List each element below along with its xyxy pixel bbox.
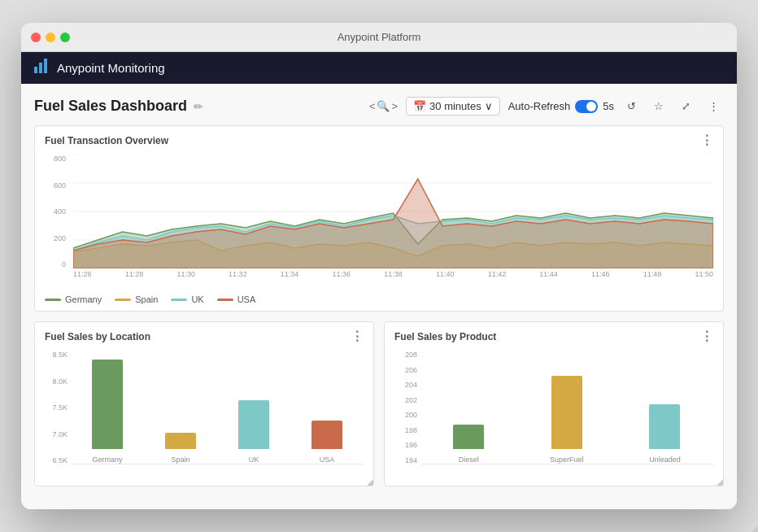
- legend-usa: USA: [217, 294, 256, 304]
- y-label-600: 600: [54, 181, 69, 190]
- bar-usa: USA: [311, 421, 342, 464]
- x-label-1146: 11:46: [591, 270, 610, 285]
- bar-unleaded: Unleaded: [649, 404, 681, 464]
- back-arrow[interactable]: <: [369, 100, 376, 112]
- y-label-85k: 8.5K: [52, 351, 68, 359]
- product-chart-header: Fuel Sales by Product ⋮: [385, 322, 723, 347]
- minimize-button[interactable]: [46, 33, 55, 42]
- x-label-1150: 11:50: [695, 270, 713, 285]
- y-label-0: 0: [62, 260, 69, 268]
- x-label-1134: 11:34: [281, 270, 299, 285]
- menu-button[interactable]: ⋮: [704, 98, 724, 115]
- bar-superfuel: SuperFuel: [550, 376, 584, 464]
- product-bar-wrapper: 208 206 204 202 200 198 196 194: [394, 351, 713, 464]
- maximize-button[interactable]: [60, 33, 70, 42]
- location-chart-menu[interactable]: ⋮: [351, 329, 364, 344]
- bar-usa-label: USA: [320, 456, 335, 464]
- auto-refresh-toggle[interactable]: [575, 100, 598, 113]
- x-label-1132: 11:32: [229, 270, 247, 285]
- app-header: Anypoint Monitoring: [21, 52, 737, 84]
- refresh-button[interactable]: ↺: [622, 98, 641, 115]
- calendar-icon: 📅: [413, 100, 426, 112]
- product-chart-menu[interactable]: ⋮: [700, 329, 713, 344]
- legend-germany: Germany: [45, 294, 102, 304]
- main-chart-panel: Fuel Transaction Overview ⋮ 800 600 400 …: [34, 125, 724, 312]
- bar-spain-rect: [165, 433, 196, 449]
- location-bar-wrapper: 8.5K 8.0K 7.5K 7.0K 6.5K Germany: [45, 351, 364, 464]
- bar-unleaded-rect: [649, 404, 680, 449]
- app-logo-icon: [34, 59, 50, 77]
- expand-button[interactable]: ⤢: [677, 98, 695, 115]
- main-chart-title: Fuel Transaction Overview: [45, 135, 168, 146]
- main-chart-header: Fuel Transaction Overview ⋮: [35, 126, 723, 151]
- product-resize-handle: [717, 479, 723, 486]
- y-label-80k: 8.0K: [52, 377, 68, 386]
- window-title: Anypoint Platform: [338, 31, 421, 43]
- location-bars: Germany Spain UK: [71, 351, 364, 464]
- legend-uk-label: UK: [191, 294, 203, 304]
- titlebar: Anypoint Platform: [21, 23, 737, 52]
- chevron-down-icon: ∨: [485, 100, 493, 112]
- location-resize-handle: [367, 479, 373, 486]
- location-chart-area: 8.5K 8.0K 7.5K 7.0K 6.5K Germany: [35, 347, 373, 486]
- product-chart-area: 208 206 204 202 200 198 196 194: [385, 347, 723, 486]
- time-range-button[interactable]: 📅 30 minutes ∨: [406, 97, 500, 116]
- product-y-axis: 208 206 204 202 200 198 196 194: [394, 351, 420, 464]
- bar-germany-label: Germany: [92, 456, 122, 464]
- search-icon[interactable]: 🔍: [377, 100, 390, 112]
- main-chart-svg-wrapper: [73, 155, 713, 268]
- edit-icon[interactable]: ✏: [194, 100, 203, 113]
- main-chart-area: 800 600 400 200 0: [35, 151, 723, 291]
- bar-diesel-label: Diesel: [459, 456, 479, 464]
- traffic-lights: [31, 33, 70, 42]
- bar-spain: Spain: [165, 433, 196, 464]
- bar-uk-rect: [238, 400, 269, 449]
- x-label-1128: 11:28: [125, 270, 144, 285]
- x-label-1148: 11:48: [643, 270, 662, 285]
- star-button[interactable]: ☆: [649, 98, 669, 115]
- legend-germany-color: [45, 299, 61, 301]
- x-label-1136: 11:36: [333, 270, 351, 285]
- main-chart-y-axis: 800 600 400 200 0: [45, 155, 69, 268]
- product-chart-panel: Fuel Sales by Product ⋮ 208 206 204 202 …: [384, 321, 724, 486]
- app-title-text: Anypoint Monitoring: [57, 61, 165, 75]
- svg-rect-2: [44, 59, 47, 73]
- bottom-panels: Fuel Sales by Location ⋮ 8.5K 8.0K 7.5K …: [34, 321, 724, 496]
- x-label-1138: 11:38: [384, 270, 403, 285]
- nav-arrows: < 🔍 >: [369, 100, 398, 112]
- y-label-206: 206: [405, 366, 417, 374]
- product-chart-title: Fuel Sales by Product: [394, 331, 496, 342]
- y-label-800: 800: [54, 155, 69, 163]
- svg-marker-11: [73, 179, 713, 268]
- x-label-1130: 11:30: [176, 270, 195, 285]
- bar-unleaded-label: Unleaded: [649, 456, 681, 464]
- main-chart-svg: [73, 155, 713, 268]
- x-label-1144: 11:44: [539, 270, 558, 285]
- y-label-200: 200: [54, 234, 69, 242]
- refresh-interval: 5s: [603, 100, 614, 112]
- y-label-400: 400: [54, 207, 69, 216]
- y-label-208: 208: [405, 351, 417, 359]
- y-label-65k: 6.5K: [52, 456, 68, 464]
- bar-germany: Germany: [92, 360, 123, 464]
- y-label-198: 198: [405, 426, 417, 434]
- close-button[interactable]: [31, 33, 41, 42]
- forward-arrow[interactable]: >: [391, 100, 398, 112]
- legend-germany-label: Germany: [65, 294, 102, 304]
- y-label-196: 196: [405, 441, 417, 449]
- location-chart-title: Fuel Sales by Location: [45, 331, 150, 342]
- bar-superfuel-rect: [551, 376, 582, 449]
- legend-spain-label: Spain: [135, 294, 158, 304]
- main-chart-menu[interactable]: ⋮: [700, 133, 713, 148]
- dashboard-title: Fuel Sales Dashboard: [34, 98, 187, 115]
- svg-rect-0: [34, 67, 37, 73]
- y-label-70k: 7.0K: [52, 430, 68, 438]
- location-y-axis: 8.5K 8.0K 7.5K 7.0K 6.5K: [45, 351, 71, 464]
- app-window: Anypoint Platform Anypoint Monitoring Fu…: [21, 23, 737, 509]
- product-bars: Diesel SuperFuel Unleaded: [420, 351, 713, 464]
- bar-uk: UK: [238, 400, 269, 464]
- bar-usa-rect: [311, 421, 342, 449]
- bar-spain-label: Spain: [171, 456, 190, 464]
- auto-refresh-control: Auto-Refresh 5s: [508, 100, 614, 113]
- x-label-1126: 11:26: [73, 270, 92, 285]
